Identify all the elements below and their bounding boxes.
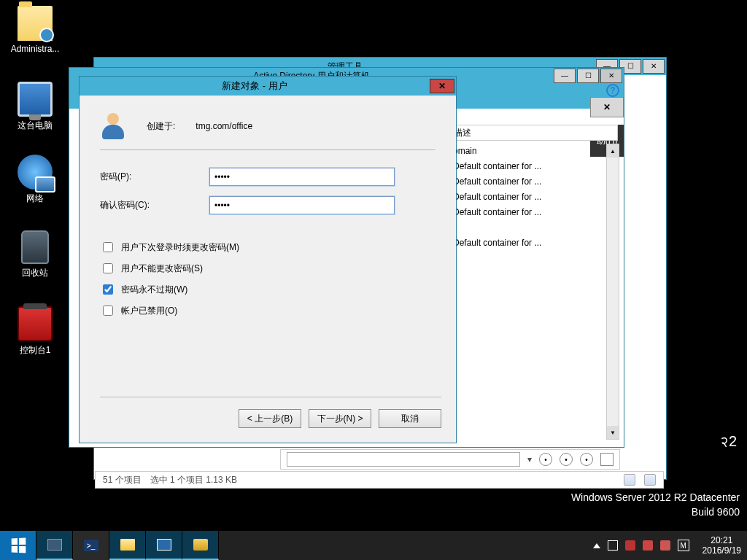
desktop-icon-label: 这台电脑 <box>7 120 63 132</box>
next-button[interactable]: 下一步(N) > <box>309 409 371 428</box>
taskbar-mmc[interactable] <box>146 531 182 560</box>
confirm-password-input[interactable] <box>209 196 395 214</box>
watermark-fragment: २2 <box>720 433 737 450</box>
desktop-icon-label: 回收站 <box>7 267 63 279</box>
close-button[interactable]: ✕ <box>430 79 454 93</box>
taskbar: >_ M 20:21 2016/9/19 <box>0 531 747 560</box>
list-item[interactable]: Default container for ... <box>449 159 603 174</box>
close-button[interactable]: ✕ <box>600 69 622 83</box>
taskbar-explorer[interactable] <box>109 531 146 560</box>
chevron-down-icon[interactable]: ▾ <box>527 454 532 464</box>
must-change-password-checkbox[interactable] <box>103 242 113 252</box>
scroll-down-icon[interactable]: ▼ <box>607 426 619 439</box>
taskbar-app[interactable] <box>182 531 219 560</box>
maximize-button[interactable]: ☐ <box>577 69 599 83</box>
folder-icon <box>120 539 135 551</box>
combo-box[interactable] <box>287 452 520 467</box>
app-icon <box>193 539 208 551</box>
desktop-icon-label: 控制台1 <box>7 344 63 357</box>
tray-icon[interactable] <box>660 540 670 551</box>
clock-time: 20:21 <box>703 535 741 545</box>
list-item[interactable]: Default container for ... <box>449 236 603 251</box>
desktop-icon-administrator[interactable]: Administra... <box>7 6 63 54</box>
checkbox-label: 帐户已禁用(O) <box>121 305 177 317</box>
checkbox-label: 密码永不过期(W) <box>121 284 187 296</box>
created-in-label: 创建于: <box>147 120 175 133</box>
status-selection: 选中 1 个项目 1.13 KB <box>150 474 237 486</box>
taskbar-clock[interactable]: 20:21 2016/9/19 <box>703 535 741 556</box>
windows-logo-icon <box>11 537 26 553</box>
toolbar-button[interactable] <box>600 453 614 466</box>
status-item-count: 51 个项目 <box>103 474 142 486</box>
close-button[interactable]: ✕ <box>643 59 665 74</box>
windows-watermark: Windows Server 2012 R2 Datacenter Build … <box>571 490 740 519</box>
account-disabled-checkbox[interactable] <box>103 306 113 316</box>
clock-date: 2016/9/19 <box>703 545 741 556</box>
confirm-password-label: 确认密码(C): <box>100 199 209 211</box>
list-item[interactable]: Default container for ... <box>449 190 603 205</box>
powershell-icon: >_ <box>84 540 98 551</box>
toolbar-fragment: ▾ • • • <box>280 449 620 470</box>
cancel-button[interactable]: 取消 <box>379 409 441 428</box>
action-center-icon[interactable] <box>608 540 618 551</box>
toolbox-icon <box>18 306 53 341</box>
list-item[interactable]: omain <box>449 144 603 159</box>
password-never-expires-checkbox[interactable] <box>103 284 113 295</box>
desktop-icon-label: 网络 <box>7 192 63 205</box>
view-mode-icon[interactable] <box>644 474 656 486</box>
divider <box>100 149 436 150</box>
desktop-icon-label: Administra... <box>7 44 63 54</box>
minimize-button[interactable]: — <box>554 69 576 83</box>
taskbar-server-manager[interactable] <box>36 531 73 560</box>
recycle-bin-icon <box>21 230 49 264</box>
user-icon <box>100 113 126 139</box>
scroll-up-icon[interactable]: ▲ <box>607 144 619 158</box>
view-mode-icon[interactable] <box>624 474 635 486</box>
column-header-description[interactable]: 描述 <box>447 125 618 141</box>
server-manager-icon <box>47 539 62 551</box>
cannot-change-password-checkbox[interactable] <box>103 263 113 273</box>
start-button[interactable] <box>0 531 36 560</box>
tray-icon[interactable] <box>643 540 653 551</box>
password-label: 密码(P): <box>100 171 209 183</box>
checkbox-label: 用户下次登录时须更改密码(M) <box>121 241 239 254</box>
dialog-title: 新建对象 - 用户 <box>80 79 430 93</box>
status-bar: 51 个项目 选中 1 个项目 1.13 KB <box>95 471 664 489</box>
nav-button[interactable]: • <box>580 453 593 466</box>
list-item[interactable] <box>449 220 603 236</box>
desktop-icon-this-pc[interactable]: 这台电脑 <box>7 82 63 132</box>
desktop-icon-network[interactable]: 网络 <box>7 155 63 205</box>
list-view[interactable]: omain Default container for ... Default … <box>449 144 603 440</box>
list-item[interactable]: Default container for ... <box>449 174 603 190</box>
checkbox-label: 用户不能更改密码(S) <box>121 262 203 275</box>
nav-button[interactable]: • <box>539 453 552 466</box>
mmc-icon <box>157 539 171 551</box>
created-in-path: tmg.com/office <box>196 121 252 131</box>
vertical-scrollbar[interactable]: ▲ ▼ <box>606 144 619 440</box>
folder-icon <box>18 6 53 41</box>
password-input[interactable] <box>209 168 395 186</box>
tray-overflow-icon[interactable] <box>593 543 600 548</box>
network-icon <box>18 155 53 190</box>
taskbar-powershell[interactable]: >_ <box>73 531 109 560</box>
desktop-icon-console1[interactable]: 控制台1 <box>7 306 63 357</box>
help-icon[interactable]: ? <box>606 84 619 97</box>
nav-button[interactable]: • <box>560 453 573 466</box>
computer-icon <box>18 82 53 117</box>
desktop-icon-recycle-bin[interactable]: 回收站 <box>7 230 63 279</box>
new-user-dialog: 新建对象 - 用户 ✕ 创建于: tmg.com/office 密码(P): 确… <box>79 76 457 443</box>
list-item[interactable]: Default container for ... <box>449 205 603 220</box>
ime-indicator[interactable]: M <box>678 540 689 551</box>
back-button[interactable]: < 上一步(B) <box>239 409 301 428</box>
pane-close-button[interactable]: ✕ <box>590 97 624 117</box>
tray-icon[interactable] <box>625 540 635 551</box>
